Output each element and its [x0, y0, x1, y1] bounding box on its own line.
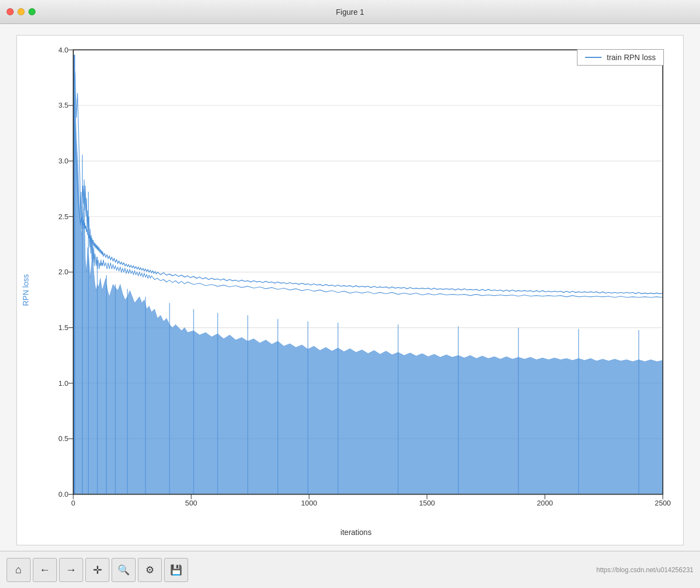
save-icon: 💾	[170, 564, 182, 576]
svg-text:2000: 2000	[537, 499, 553, 507]
window-controls[interactable]	[7, 8, 36, 15]
svg-text:500: 500	[185, 499, 197, 507]
svg-text:3.5: 3.5	[59, 101, 68, 109]
back-icon: ←	[39, 563, 50, 576]
svg-text:0: 0	[71, 499, 75, 507]
close-button[interactable]	[7, 8, 14, 15]
svg-text:2500: 2500	[655, 499, 670, 507]
toolbar: ⌂ ← → ✛ 🔍 ⚙ 💾 https://blog.csdn.net/u014…	[0, 551, 700, 588]
svg-text:2.5: 2.5	[59, 213, 68, 221]
svg-text:4.0: 4.0	[59, 46, 68, 54]
status-url: https://blog.csdn.net/u014256231	[597, 566, 693, 574]
legend-label: train RPN loss	[607, 53, 656, 62]
chart-svg: 4.0 3.5 3.0 2.5 2.0 1.5 1.0 0.5 0.0 0 50…	[37, 44, 675, 525]
svg-text:3.0: 3.0	[59, 157, 68, 165]
forward-icon: →	[66, 563, 77, 576]
forward-button[interactable]: →	[59, 558, 83, 582]
configure-icon: ⚙	[145, 564, 154, 576]
home-button[interactable]: ⌂	[7, 558, 31, 582]
main-content: RPN loss train RPN loss	[0, 24, 700, 551]
svg-text:1.5: 1.5	[59, 324, 68, 332]
y-axis-label: RPN loss	[17, 36, 34, 545]
svg-text:2.0: 2.0	[59, 268, 68, 276]
chart-area: RPN loss train RPN loss	[16, 35, 684, 545]
zoom-icon: 🔍	[118, 564, 130, 576]
maximize-button[interactable]	[28, 8, 36, 15]
svg-text:1500: 1500	[419, 499, 435, 507]
move-icon: ✛	[93, 563, 102, 577]
save-button[interactable]: 💾	[164, 558, 188, 582]
svg-text:1000: 1000	[301, 499, 317, 507]
svg-text:0.5: 0.5	[59, 434, 68, 443]
svg-text:0.0: 0.0	[59, 490, 68, 498]
legend-line-icon	[585, 57, 602, 58]
x-axis-label: iterations	[37, 525, 675, 539]
back-button[interactable]: ←	[33, 558, 57, 582]
minimize-button[interactable]	[18, 8, 25, 15]
chart-canvas: train RPN loss 4.0	[37, 44, 675, 525]
home-icon: ⌂	[15, 563, 22, 576]
svg-text:1.0: 1.0	[59, 379, 68, 387]
move-button[interactable]: ✛	[85, 558, 109, 582]
chart-inner: train RPN loss 4.0	[34, 36, 683, 545]
window-title: Figure 1	[336, 8, 364, 16]
zoom-button[interactable]: 🔍	[112, 558, 136, 582]
title-bar: Figure 1	[0, 0, 700, 24]
chart-legend: train RPN loss	[577, 49, 664, 66]
configure-button[interactable]: ⚙	[138, 558, 162, 582]
